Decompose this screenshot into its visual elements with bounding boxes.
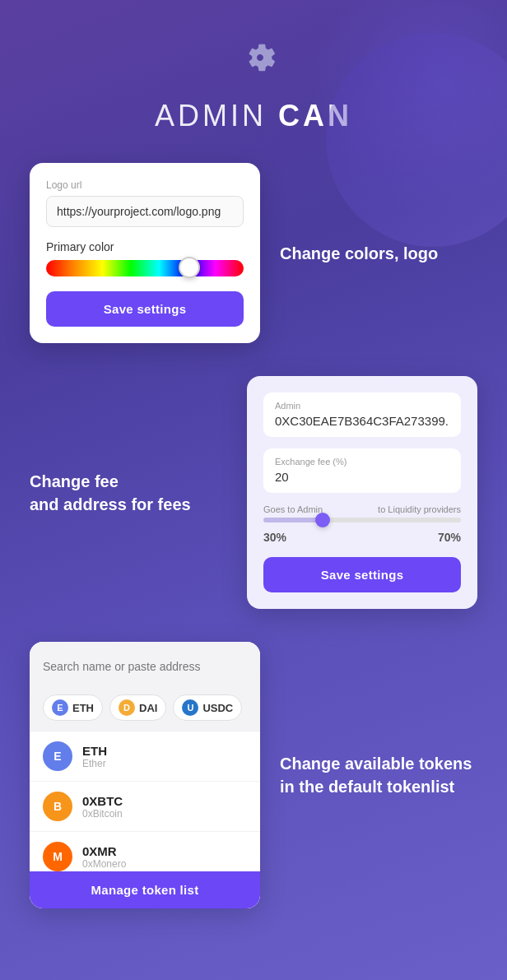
to-liquidity-label: to Liquidity providers [378, 504, 461, 514]
token-chips-row: E ETH D DAI U USDC [30, 686, 260, 732]
save-settings-button-2[interactable]: Save settings [263, 557, 461, 592]
color-picker-wrap [46, 260, 244, 276]
chip-dai[interactable]: D DAI [109, 694, 166, 721]
chip-eth-icon: E [52, 699, 68, 716]
page-container: ADMIN CAN Logo url Primary color Save se… [0, 0, 507, 974]
section2-desc: Change fee and address for fees [30, 470, 227, 516]
token-btc-info: 0XBTC 0xBitcoin [82, 794, 123, 820]
chip-eth-label: ETH [72, 702, 94, 714]
token-xmr-symbol: 0XMR [82, 844, 126, 858]
logo-label: Logo url [46, 179, 244, 191]
token-search-input[interactable] [43, 655, 247, 678]
title-bold-part: CAN [278, 99, 352, 132]
token-xmr-icon: M [43, 842, 72, 871]
token-xmr-fullname: 0xMonero [82, 858, 126, 870]
fee-slider-fill [263, 518, 323, 523]
token-search-wrap [30, 642, 260, 686]
primary-color-label: Primary color [46, 240, 244, 253]
token-btc-fullname: 0xBitcoin [82, 808, 123, 820]
token-eth-info: ETH Ether [82, 744, 107, 769]
section3-desc-line1: Change available tokens [280, 752, 477, 775]
manage-token-list-button[interactable]: Manage token list [30, 871, 260, 908]
fee-value-input[interactable] [275, 470, 449, 484]
fee-card: Admin Exchange fee (%) Goes to Admin to … [247, 376, 477, 609]
section-tokens: E ETH D DAI U USDC E ETH [0, 642, 507, 908]
section-colors: Logo url Primary color Save settings Cha… [0, 163, 507, 343]
app-title: ADMIN CAN [155, 99, 352, 133]
fee-slider-track [263, 518, 461, 523]
section1-desc: Change colors, logo [280, 242, 477, 265]
token-eth-icon: E [43, 741, 72, 771]
header: ADMIN CAN [0, 30, 507, 133]
token-item-0xbtc[interactable]: B 0XBTC 0xBitcoin [30, 782, 260, 832]
section2-desc-line1: Change fee [30, 470, 227, 493]
token-btc-icon: B [43, 792, 72, 821]
admin-address-input[interactable] [275, 414, 449, 428]
token-eth-fullname: Ether [82, 758, 107, 769]
token-list: E ETH Ether B 0XBTC 0xBitcoin [30, 732, 260, 871]
token-eth-symbol: ETH [82, 744, 107, 758]
token-item-0xmr[interactable]: M 0XMR 0xMonero [30, 832, 260, 871]
gear-icon [227, 30, 280, 86]
colors-card: Logo url Primary color Save settings [30, 163, 260, 343]
section3-desc-line2: in the default tokenlist [280, 775, 477, 798]
section2-desc-line2: and address for fees [30, 493, 227, 516]
chip-usdc-label: USDC [202, 702, 233, 714]
fee-slider-thumb[interactable] [315, 513, 330, 527]
fee-label: Exchange fee (%) [275, 457, 449, 467]
fee-percent-row: 30% 70% [263, 531, 461, 544]
logo-url-input[interactable] [46, 196, 244, 227]
chip-dai-label: DAI [139, 702, 157, 714]
chip-usdc[interactable]: U USDC [173, 694, 242, 721]
slider-labels-row: Goes to Admin to Liquidity providers [263, 504, 461, 514]
fee-input-group: Exchange fee (%) [263, 448, 461, 493]
token-xmr-info: 0XMR 0xMonero [82, 844, 126, 870]
color-slider[interactable] [46, 260, 244, 276]
token-item-eth[interactable]: E ETH Ether [30, 732, 260, 782]
token-card: E ETH D DAI U USDC E ETH [30, 642, 260, 908]
token-btc-symbol: 0XBTC [82, 794, 123, 808]
liquidity-percent-value: 70% [438, 531, 461, 544]
fee-slider-wrap[interactable] [263, 518, 461, 523]
goes-to-admin-label: Goes to Admin [263, 504, 323, 514]
admin-input-group: Admin [263, 392, 461, 437]
title-light-part: ADMIN [155, 99, 278, 132]
admin-label: Admin [275, 401, 449, 411]
chip-eth[interactable]: E ETH [43, 694, 103, 721]
chip-dai-icon: D [119, 699, 135, 716]
chip-usdc-icon: U [182, 699, 198, 716]
section3-desc: Change available tokens in the default t… [280, 752, 477, 798]
admin-percent-value: 30% [263, 531, 286, 544]
section-fee: Change fee and address for fees Admin Ex… [0, 376, 507, 609]
token-list-wrap: E ETH Ether B 0XBTC 0xBitcoin [30, 732, 260, 871]
save-settings-button-1[interactable]: Save settings [46, 291, 244, 327]
